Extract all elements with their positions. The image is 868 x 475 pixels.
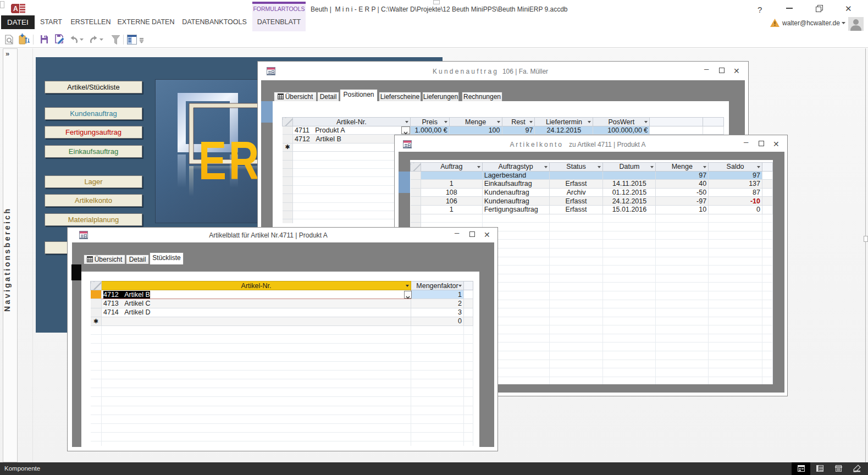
svg-text:A: A xyxy=(13,5,18,13)
